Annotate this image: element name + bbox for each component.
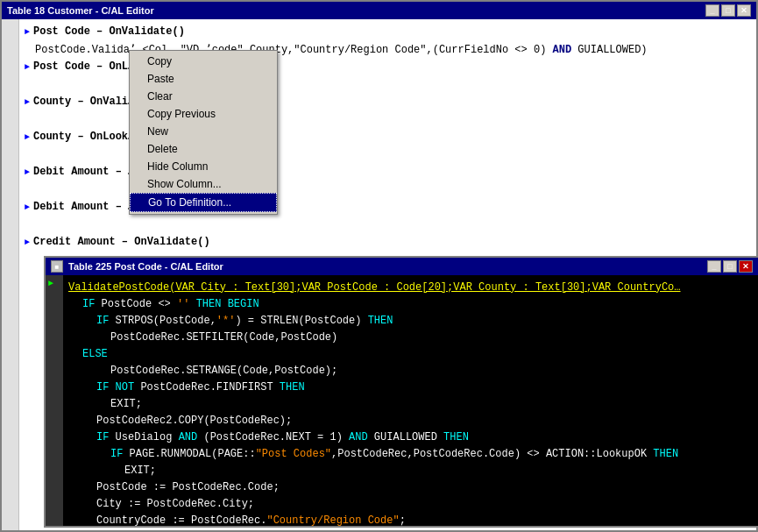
sub-line-3: PostCodeRec.SETFILTER(Code,PostCode) [63,329,758,345]
sub-line-9: IF UseDialog AND (PostCodeRec.NEXT = 1) … [63,429,758,445]
menu-item-new[interactable]: New [130,123,277,140]
sub-editor-content: ValidatePostCode(VAR City : Text[30];VAR… [63,275,758,526]
sub-code-11: EXIT; [68,465,156,477]
code-text-11: Debit Amount – … [33,201,134,213]
arrow-icon-5: ► [25,97,30,107]
left-margin [2,19,19,530]
menu-item-clear[interactable]: Clear [130,88,277,105]
sub-left-margin: ► [46,275,63,526]
code-line-12 [19,216,756,233]
code-text-3: Post Code – OnL… [33,60,134,73]
sub-code-body: ValidatePostCode(VAR City : Text[30];VAR… [63,275,758,526]
sub-code-12: PostCode := PostCodeRec.Code; [68,481,280,493]
sub-fn-header: ValidatePostCode(VAR City : Text[30];VAR… [63,279,758,295]
menu-item-copy-previous[interactable]: Copy Previous [130,105,277,123]
sub-line-10: IF PAGE.RUNMODAL(PAGE::"Post Codes",Post… [63,445,758,462]
code-text-2: PostCode.Validaʼ…<Col… "VD…ʼcode",County… [25,43,648,56]
sub-line-5: PostCodeRec.SETRANGE(Code,PostCode); [63,362,758,379]
sub-title-bar: ■ Table 225 Post Code - C/AL Editor _ □ … [46,258,758,275]
sub-code-5: PostCodeRec.SETRANGE(Code,PostCode); [68,365,337,377]
sub-minimize-button[interactable]: _ [707,260,721,273]
sub-line-1: IF PostCode <> '' THEN BEGIN [63,295,758,312]
main-window-controls: _ □ ✕ [705,4,751,17]
sub-code-8: PostCodeRec2.COPY(PostCodeRec); [68,415,292,427]
sub-code-14: CountryCode := PostCodeRec."Country/Regi… [68,514,406,527]
sub-line-4: ELSE [63,345,758,362]
menu-item-delete[interactable]: Delete [130,140,277,158]
minimize-button[interactable]: _ [705,4,719,17]
sub-window-controls: _ □ ✕ [707,260,753,273]
sub-maximize-button[interactable]: □ [723,260,737,273]
menu-item-hide-column[interactable]: Hide Column [130,158,277,175]
sub-editor-body: ► ValidatePostCode(VAR City : Text[30];V… [46,275,758,526]
sub-margin-arrow-1: ► [46,275,63,292]
main-window: Table 18 Customer - C/AL Editor _ □ ✕ ► … [0,0,758,532]
sub-line-8: PostCodeRec2.COPY(PostCodeRec); [63,412,758,429]
code-line-13: ► Credit Amount – OnValidate() [19,233,756,251]
sub-close-button[interactable]: ✕ [739,260,753,273]
main-window-title: Table 18 Customer - C/AL Editor [7,5,154,16]
code-text-1: Post Code – OnValidate() [33,25,185,38]
sub-window-icon: ■ [51,260,63,273]
sub-code-13: City := PostCodeRec.City; [68,498,254,510]
sub-line-7: EXIT; [63,395,758,412]
code-text-9: Debit Amount – … [33,166,134,178]
arrow-icon-7: ► [25,132,30,142]
code-text-13: Credit Amount – OnValidate() [33,236,210,248]
arrow-icon-1: ► [25,27,30,37]
arrow-icon-13: ► [25,238,30,247]
menu-item-paste[interactable]: Paste [130,70,277,88]
arrow-icon-11: ► [25,202,30,212]
sub-code-9: IF UseDialog AND (PostCodeRec.NEXT = 1) … [68,431,469,443]
sub-code-4: ELSE [68,348,108,360]
arrow-icon-3: ► [25,62,30,72]
sub-code-1: IF PostCode <> '' THEN BEGIN [68,298,259,310]
arrow-icon-9: ► [25,167,30,177]
menu-item-go-to-definition[interactable]: Go To Definition... [130,193,277,212]
main-title-bar: Table 18 Customer - C/AL Editor _ □ ✕ [2,2,756,19]
sub-code-2: IF STRPOS(PostCode,'*') = STRLEN(PostCod… [68,315,393,327]
sub-line-6: IF NOT PostCodeRec.FINDFIRST THEN [63,379,758,395]
close-button[interactable]: ✕ [737,4,751,17]
sub-line-14: CountryCode := PostCodeRec."Country/Regi… [63,512,758,526]
sub-line-11: EXIT; [63,462,758,479]
sub-line-2: IF STRPOS(PostCode,'*') = STRLEN(PostCod… [63,312,758,329]
menu-item-show-column[interactable]: Show Column... [130,175,277,193]
sub-line-12: PostCode := PostCodeRec.Code; [63,479,758,495]
maximize-button[interactable]: □ [721,4,735,17]
sub-code-3: PostCodeRec.SETFILTER(Code,PostCode) [68,331,337,344]
sub-code-6: IF NOT PostCodeRec.FINDFIRST THEN [68,381,305,394]
sub-code-7: EXIT; [68,398,142,410]
menu-item-copy[interactable]: Copy [130,53,277,70]
code-line-1: ► Post Code – OnValidate() [19,23,756,40]
context-menu: Copy Paste Clear Copy Previous New Delet… [129,50,278,215]
sub-window-title: Table 225 Post Code - C/AL Editor [68,261,223,272]
sub-title-left: ■ Table 225 Post Code - C/AL Editor [51,260,223,273]
code-text-5: County – OnVali… [33,96,134,108]
sub-fn-name: ValidatePostCode(VAR City : Text[30];VAR… [68,281,681,294]
sub-window: ■ Table 225 Post Code - C/AL Editor _ □ … [44,256,758,528]
code-text-7: County – OnLook… [33,131,134,143]
sub-code-10: IF PAGE.RUNMODAL(PAGE::"Post Codes",Post… [68,448,678,460]
sub-line-13: City := PostCodeRec.City; [63,495,758,512]
